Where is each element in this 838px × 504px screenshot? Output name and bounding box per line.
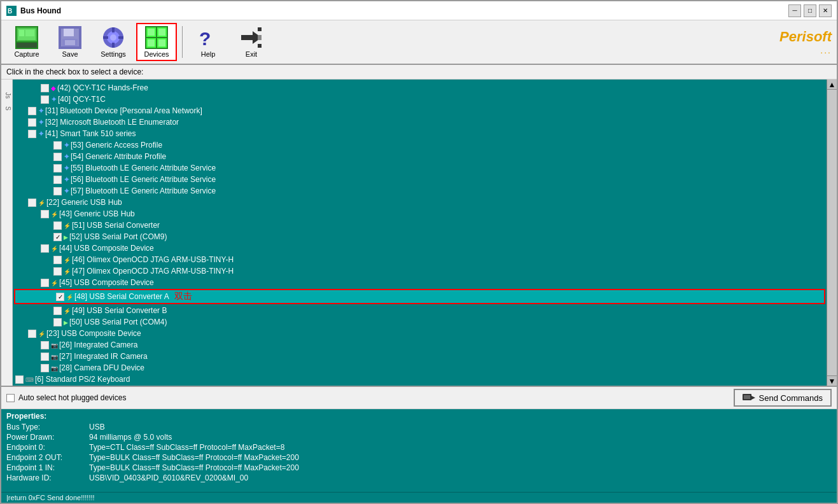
property-value: USB	[89, 423, 105, 431]
tree-item[interactable]: ⚡[22] Generic USB Hub	[13, 197, 827, 208]
device-checkbox[interactable]	[41, 84, 49, 92]
svg-text:B: B	[8, 8, 12, 15]
scroll-up-button[interactable]: ▲	[827, 80, 837, 90]
svg-rect-17	[112, 43, 115, 48]
device-tree[interactable]: ◆(42) QCY-T1C Hands-Free✦[40] QCY-T1C✦[3…	[13, 80, 827, 386]
tree-item[interactable]: 📷[27] Integrated IR Camera	[13, 351, 827, 362]
property-row: Endpoint 0:Type=CTL Class=ff SubClass=ff…	[6, 442, 832, 452]
perisoft-dots: ...	[820, 45, 832, 55]
tree-item[interactable]: ▶[50] USB Serial Port (COM4)	[13, 316, 827, 328]
tree-item[interactable]: ▶[52] USB Serial Port (COM9)	[13, 231, 827, 242]
device-checkbox[interactable]	[41, 279, 49, 287]
device-checkbox[interactable]	[53, 233, 62, 241]
device-checkbox[interactable]	[53, 256, 62, 264]
device-type-icon: ⚡	[51, 209, 59, 218]
device-checkbox[interactable]	[53, 176, 62, 184]
tree-item[interactable]: ⚡[44] USB Composite Device	[13, 242, 827, 254]
tree-item[interactable]: ✦[32] Microsoft Bluetooth LE Enumerator	[13, 116, 827, 128]
device-checkbox[interactable]	[28, 330, 36, 338]
minimize-button[interactable]: ─	[788, 4, 801, 17]
property-row: Power Drawn:94 milliamps @ 5.0 volts	[6, 432, 832, 442]
auto-select-checkbox[interactable]	[6, 394, 15, 402]
device-checkbox[interactable]	[41, 364, 49, 372]
device-checkbox[interactable]	[53, 221, 62, 230]
devices-button[interactable]: Devices	[136, 23, 177, 61]
device-checkbox[interactable]	[53, 318, 62, 326]
tree-item[interactable]: ⚡[43] Generic USB Hub	[13, 208, 827, 220]
auto-select-label: Auto select hot plugged devices	[18, 393, 126, 402]
device-label: [44] USB Composite Device	[59, 244, 154, 253]
save-icon	[59, 26, 81, 49]
tree-item[interactable]: ◻[7] HID Keyboard Device	[13, 385, 827, 386]
device-label: [50] USB Serial Port (COM4)	[69, 318, 167, 326]
tree-item[interactable]: ⚡[23] USB Composite Device	[13, 328, 827, 339]
device-label: [48] USB Serial Converter A	[74, 292, 169, 301]
settings-button[interactable]: Settings	[93, 23, 134, 61]
device-checkbox[interactable]	[53, 141, 62, 150]
settings-svg	[102, 26, 125, 49]
tree-item[interactable]: ⌨[6] Standard PS/2 Keyboard	[13, 374, 827, 385]
device-type-icon: ✦	[64, 141, 71, 150]
scroll-track[interactable]	[827, 90, 837, 375]
tree-item[interactable]: ◆(42) QCY-T1C Hands-Free	[13, 82, 827, 94]
device-checkbox[interactable]	[15, 375, 24, 384]
tree-item[interactable]: ✦[56] Bluetooth LE Generic Attribute Ser…	[13, 174, 827, 185]
tree-item[interactable]: ✦[55] Bluetooth LE Generic Attribute Ser…	[13, 162, 827, 174]
device-checkbox[interactable]	[41, 341, 49, 349]
device-checkbox[interactable]	[41, 353, 49, 361]
device-checkbox[interactable]	[28, 130, 36, 138]
side-js-label: Js	[3, 92, 11, 101]
scrollbar-right[interactable]: ▲ ▼	[827, 80, 837, 386]
tree-item[interactable]: ✦[40] QCY-T1C	[13, 94, 827, 105]
device-checkbox[interactable]	[53, 187, 62, 195]
tree-item[interactable]: ⚡[46] Olimex OpenOCD JTAG ARM-USB-TINY-H	[13, 254, 827, 265]
device-type-icon: ⚡	[64, 306, 72, 315]
device-checkbox[interactable]	[41, 210, 49, 218]
title-bar-controls: ─ □ ✕	[788, 4, 832, 17]
tree-item[interactable]: ✦[54] Generic Attribute Profile	[13, 151, 827, 162]
svg-rect-7	[17, 43, 37, 48]
main-area: Js S ◆(42) QCY-T1C Hands-Free✦[40] QCY-T…	[1, 80, 837, 386]
device-checkbox[interactable]	[56, 293, 64, 301]
exit-button[interactable]: Exit	[231, 23, 272, 61]
tree-item[interactable]: ⚡[51] USB Serial Converter	[13, 220, 827, 231]
tree-item[interactable]: ✦[31] Bluetooth Device [Personal Area Ne…	[13, 105, 827, 116]
devices-label: Devices	[144, 50, 169, 58]
tree-container: ◆(42) QCY-T1C Hands-Free✦[40] QCY-T1C✦[3…	[13, 82, 827, 386]
svg-rect-6	[25, 30, 34, 36]
tree-item[interactable]: ⚡[45] USB Composite Device	[13, 277, 827, 288]
device-checkbox[interactable]	[41, 95, 49, 104]
device-checkbox[interactable]	[53, 267, 62, 276]
tree-item[interactable]: ✦[41] Smart Tank 510 series	[13, 128, 827, 139]
device-checkbox[interactable]	[28, 199, 36, 207]
device-label: [27] Integrated IR Camera	[59, 352, 148, 361]
tree-item[interactable]: 📷[28] Camera DFU Device	[13, 362, 827, 374]
capture-button[interactable]: Capture	[6, 23, 47, 61]
device-label: [43] Generic USB Hub	[59, 209, 135, 218]
maximize-button[interactable]: □	[804, 4, 816, 17]
help-button[interactable]: ? Help	[188, 23, 228, 61]
tree-item[interactable]: ⚡[49] USB Serial Converter B	[13, 305, 827, 316]
device-type-icon: ✦	[38, 118, 45, 127]
tree-item[interactable]: 📷[26] Integrated Camera	[13, 339, 827, 351]
tree-item[interactable]: ⚡[48] USB Serial Converter A双击	[14, 289, 825, 304]
svg-rect-34	[258, 35, 262, 40]
device-checkbox[interactable]	[28, 118, 36, 127]
send-commands-button[interactable]: Send Commands	[734, 389, 832, 407]
save-button[interactable]: Save	[50, 23, 90, 61]
tree-item[interactable]: ✦[53] Generic Access Profile	[13, 139, 827, 151]
close-button[interactable]: ✕	[819, 4, 832, 17]
device-type-icon: 📷	[51, 363, 59, 372]
device-checkbox[interactable]	[53, 164, 62, 172]
svg-rect-26	[158, 29, 165, 36]
svg-rect-27	[148, 39, 155, 46]
scroll-down-button[interactable]: ▼	[827, 375, 837, 386]
device-checkbox[interactable]	[53, 307, 62, 315]
device-checkbox[interactable]	[28, 107, 36, 115]
svg-rect-5	[19, 30, 24, 36]
device-checkbox[interactable]	[41, 244, 49, 253]
tree-item[interactable]: ⚡[47] Olimex OpenOCD JTAG ARM-USB-TINY-H	[13, 265, 827, 277]
device-type-icon: ✦	[38, 106, 45, 115]
device-checkbox[interactable]	[53, 153, 62, 161]
tree-item[interactable]: ✦[57] Bluetooth LE Generic Attribute Ser…	[13, 185, 827, 197]
